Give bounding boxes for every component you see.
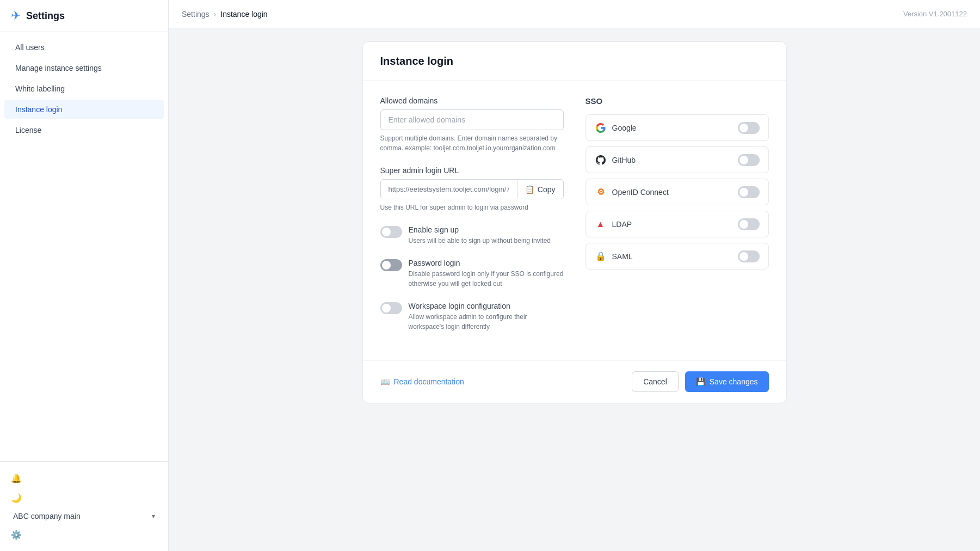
breadcrumb-separator: › [214, 10, 217, 19]
form-section: Allowed domains Support multiple domains… [380, 96, 564, 345]
sidebar-item-manage-instance[interactable]: Manage instance settings [4, 58, 164, 78]
footer-actions: Cancel 💾 Save changes [632, 371, 768, 392]
allowed-domains-input[interactable] [380, 109, 564, 130]
sso-google-item[interactable]: Google [585, 114, 769, 141]
password-login-text: Password login Disable password login on… [409, 259, 564, 289]
workspace-login-title: Workspace login configuration [409, 302, 564, 310]
sidebar: ✈ Settings All users Manage instance set… [0, 0, 169, 551]
sso-ldap-left: ▲ LDAP [595, 218, 632, 230]
save-changes-label: Save changes [710, 377, 758, 386]
app-title: Settings [26, 10, 65, 22]
sso-google-name: Google [612, 124, 637, 132]
sidebar-item-instance-login[interactable]: Instance login [4, 100, 164, 119]
topbar: Settings › Instance login Version V1.200… [169, 0, 980, 28]
sso-section: SSO Google [585, 96, 769, 345]
sso-saml-name: SAML [612, 252, 633, 261]
copy-label: Copy [538, 185, 556, 194]
workspace-login-toggle[interactable] [380, 302, 402, 314]
sso-github-item[interactable]: GitHub [585, 146, 769, 173]
sso-openid-slider [738, 186, 760, 198]
openid-icon: ⚙ [595, 186, 607, 198]
password-login-toggle-item: Password login Disable password login on… [380, 259, 564, 289]
toggle-slider-3 [380, 302, 402, 314]
cancel-button[interactable]: Cancel [632, 371, 679, 392]
ldap-icon: ▲ [595, 218, 607, 230]
sso-github-toggle[interactable] [738, 154, 760, 166]
book-icon: 📖 [380, 377, 390, 386]
read-docs-label: Read documentation [394, 377, 464, 386]
google-icon [595, 122, 607, 134]
workspace-login-text: Workspace login configuration Allow work… [409, 302, 564, 332]
toggle-slider-2 [380, 259, 402, 271]
sso-github-left: GitHub [595, 154, 636, 166]
super-admin-url-label: Super admin login URL [380, 166, 564, 175]
sso-google-toggle[interactable] [738, 122, 760, 134]
workspace-name: ABC company main [13, 512, 81, 521]
copy-icon: 📋 [525, 185, 534, 194]
copy-button[interactable]: 📋 Copy [517, 181, 563, 198]
card-header: Instance login [363, 42, 786, 81]
toggle-slider [380, 226, 402, 238]
sso-openid-left: ⚙ OpenID Connect [595, 186, 669, 198]
enable-signup-text: Enable sign up Users will be able to sig… [409, 225, 551, 246]
super-admin-url-section: Super admin login URL 📋 Copy Use this UR… [380, 166, 564, 212]
main-content: Settings › Instance login Version V1.200… [169, 0, 980, 551]
workspace-switcher[interactable]: ABC company main ▾ [7, 507, 162, 525]
breadcrumb-settings[interactable]: Settings [182, 10, 209, 19]
sso-title: SSO [585, 96, 769, 106]
enable-signup-toggle[interactable] [380, 226, 402, 238]
card-footer: 📖 Read documentation Cancel 💾 Save chang… [363, 360, 786, 403]
workspace-login-desc: Allow workspace admin to configure their… [409, 312, 564, 332]
sso-ldap-name: LDAP [612, 220, 632, 229]
sso-ldap-slider [738, 218, 760, 230]
workspace-login-toggle-item: Workspace login configuration Allow work… [380, 302, 564, 332]
super-admin-url-input[interactable] [381, 180, 517, 199]
github-icon [595, 154, 607, 166]
sidebar-nav: All users Manage instance settings White… [0, 32, 168, 461]
notifications-icon[interactable]: 🔔 [7, 468, 26, 488]
sso-github-name: GitHub [612, 156, 636, 164]
instance-login-card: Instance login Allowed domains Support m… [362, 41, 787, 403]
page-title: Instance login [380, 55, 769, 68]
theme-icon[interactable]: 🌙 [7, 488, 26, 507]
breadcrumb: Settings › Instance login [182, 10, 268, 19]
password-login-toggle[interactable] [380, 259, 402, 271]
sso-saml-slider [738, 250, 760, 262]
sso-openid-toggle[interactable] [738, 186, 760, 198]
password-login-desc: Disable password login only if your SSO … [409, 269, 564, 289]
sso-openid-name: OpenID Connect [612, 188, 669, 197]
sso-saml-left: 🔒 SAML [595, 250, 633, 262]
read-documentation-button[interactable]: 📖 Read documentation [380, 377, 464, 386]
password-login-title: Password login [409, 259, 564, 267]
allowed-domains-hint: Support multiple domains. Enter domain n… [380, 133, 564, 153]
version-label: Version V1.2001122 [903, 10, 967, 18]
sidebar-bottom: 🔔 🌙 ABC company main ▾ ⚙️ [0, 461, 168, 551]
enable-signup-title: Enable sign up [409, 225, 551, 234]
content-area: Instance login Allowed domains Support m… [169, 28, 980, 551]
sso-saml-toggle[interactable] [738, 250, 760, 262]
sso-ldap-toggle[interactable] [738, 218, 760, 230]
sso-google-left: Google [595, 122, 637, 134]
save-changes-button[interactable]: 💾 Save changes [685, 371, 769, 392]
saml-icon: 🔒 [595, 250, 607, 262]
allowed-domains-section: Allowed domains Support multiple domains… [380, 96, 564, 153]
enable-signup-desc: Users will be able to sign up without be… [409, 236, 551, 246]
breadcrumb-current: Instance login [220, 10, 267, 19]
sso-ldap-item[interactable]: ▲ LDAP [585, 211, 769, 237]
url-input-group: 📋 Copy [380, 179, 564, 199]
chevron-down-icon: ▾ [152, 512, 155, 520]
sso-openid-item[interactable]: ⚙ OpenID Connect [585, 179, 769, 205]
card-body: Allowed domains Support multiple domains… [363, 81, 786, 360]
enable-signup-toggle-item: Enable sign up Users will be able to sig… [380, 225, 564, 246]
sidebar-item-all-users[interactable]: All users [4, 38, 164, 57]
settings-icon[interactable]: ⚙️ [7, 525, 26, 544]
app-logo: ✈ [11, 9, 21, 23]
sso-saml-item[interactable]: 🔒 SAML [585, 243, 769, 270]
super-admin-url-hint: Use this URL for super admin to login vi… [380, 203, 564, 212]
allowed-domains-label: Allowed domains [380, 96, 564, 105]
sidebar-item-license[interactable]: License [4, 120, 164, 140]
sso-google-slider [738, 122, 760, 134]
sidebar-item-white-labelling[interactable]: White labelling [4, 79, 164, 99]
save-icon: 💾 [696, 377, 705, 386]
sso-github-slider [738, 154, 760, 166]
